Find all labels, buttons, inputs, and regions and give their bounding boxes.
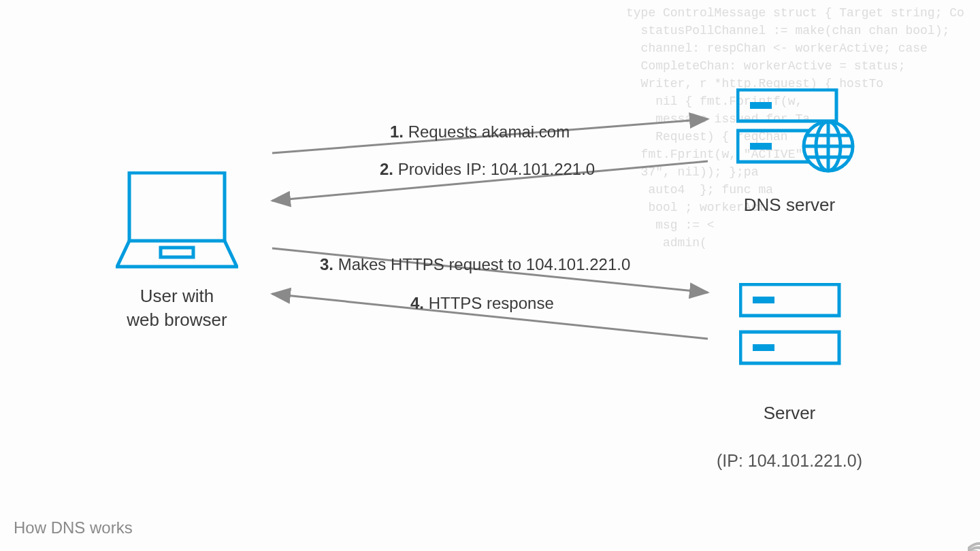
server-label-group: Server (IP: 104.101.221.0)	[708, 378, 871, 473]
server-label: Server	[764, 403, 816, 423]
diagram-caption: How DNS works	[14, 518, 133, 537]
step-4-text: HTTPS response	[424, 294, 554, 312]
dns-label: DNS server	[721, 193, 858, 217]
step-3: 3. Makes HTTPS request to 104.101.221.0	[320, 255, 630, 274]
step-3-text: Makes HTTPS request to 104.101.221.0	[333, 255, 630, 273]
step-4-num: 4.	[410, 294, 424, 312]
step-3-num: 3.	[320, 255, 333, 273]
step-4: 4. HTTPS response	[410, 294, 554, 313]
step-1: 1. Requests akamai.com	[390, 122, 570, 141]
step-2-num: 2.	[380, 160, 393, 178]
step-2: 2. Provides IP: 104.101.221.0	[380, 160, 595, 179]
step-2-text: Provides IP: 104.101.221.0	[393, 160, 595, 178]
step-1-num: 1.	[390, 122, 404, 141]
client-label: User with web browser	[109, 284, 245, 332]
step-1-text: Requests akamai.com	[404, 122, 570, 141]
server-sublabel: (IP: 104.101.221.0)	[717, 451, 862, 470]
